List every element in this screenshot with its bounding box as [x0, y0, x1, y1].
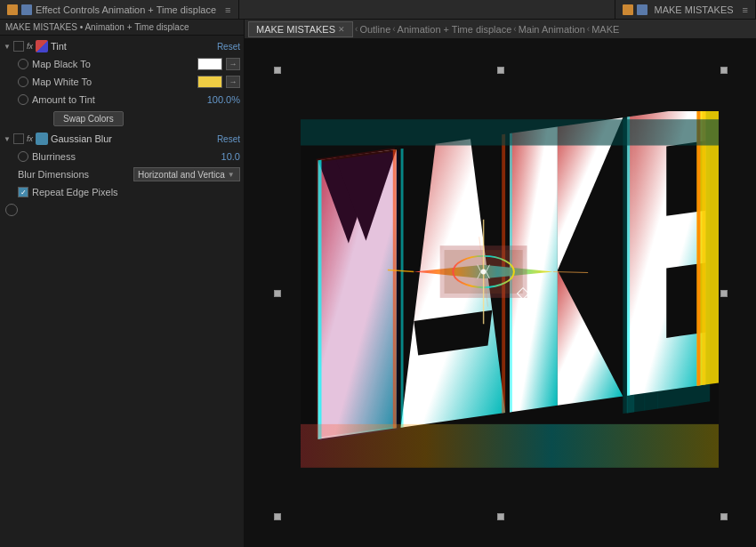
effect-controls-tab[interactable]: Effect Controls Animation + Time displac… [0, 0, 239, 19]
map-white-swatch[interactable] [197, 76, 222, 88]
repeat-edge-checkbox[interactable]: ✓ [18, 187, 28, 197]
blur-icon [36, 133, 48, 145]
amount-value[interactable]: 100.0% [207, 94, 240, 105]
gaussian-blur-group: ▼ fx Gaussian Blur Reset Blurriness 10.0… [0, 130, 244, 219]
blur-dimensions-row: Blur Dimensions Horizontal and Vertica ▼ [0, 165, 244, 183]
map-black-to-row: Map Black To → [0, 55, 244, 73]
svg-point-35 [480, 269, 486, 274]
comp-icon1 [623, 4, 633, 15]
amount-label: Amount to Tint [32, 94, 204, 105]
canvas-inner [274, 67, 728, 520]
svg-rect-21 [400, 148, 403, 427]
blur-effect-name: Gaussian Blur [51, 133, 214, 144]
map-white-label: Map White To [32, 76, 194, 87]
comp-tab-close[interactable]: ✕ [338, 25, 345, 34]
map-black-swatch[interactable] [197, 58, 222, 70]
map-black-value: → [197, 58, 240, 70]
svg-rect-43 [301, 423, 719, 467]
map-black-icon [18, 59, 28, 69]
tint-icon [36, 40, 48, 52]
blur-dims-value: Horizontal and Vertica [138, 170, 225, 180]
tint-effect-name: Tint [51, 41, 214, 52]
nav-outline[interactable]: Outline [359, 24, 390, 35]
comp-active-tab[interactable]: MAKE MISTAKES ✕ [248, 21, 353, 37]
tint-effect-header[interactable]: ▼ fx Tint Reset [0, 37, 244, 55]
svg-rect-44 [301, 119, 719, 145]
map-black-label: Map Black To [32, 59, 194, 69]
svg-rect-23 [627, 117, 630, 396]
nav-chevron-1: ‹ [355, 24, 358, 34]
blurriness-icon [18, 151, 28, 162]
nav-anim-time[interactable]: Animation + Time displace [398, 24, 512, 35]
canvas-area[interactable] [245, 39, 756, 547]
repeat-edge-row: ✓ Repeat Edge Pixels [0, 183, 244, 201]
svg-rect-24 [392, 149, 396, 428]
map-white-arrow[interactable]: → [226, 76, 240, 88]
breadcrumb: MAKE MISTAKES • Animation + Time displac… [0, 20, 244, 36]
map-black-arrow[interactable]: → [226, 58, 240, 70]
tint-fx-badge: fx [27, 42, 33, 51]
make-svg [301, 111, 719, 476]
handle-bottom-left[interactable] [274, 513, 281, 520]
gaussian-blur-header[interactable]: ▼ fx Gaussian Blur Reset [0, 130, 244, 148]
tint-enable-checkbox[interactable] [13, 41, 24, 52]
map-white-to-row: Map White To → [0, 73, 244, 91]
blur-dims-dropdown[interactable]: Horizontal and Vertica ▼ [133, 167, 240, 181]
composition-panel-tab[interactable]: MAKE MISTAKES ≡ [615, 0, 756, 19]
effect-controls-panel: MAKE MISTAKES • Animation + Time displac… [0, 20, 245, 547]
blur-reset-btn[interactable]: Reset [217, 134, 240, 144]
comp-tab-title: MAKE MISTAKES [655, 4, 734, 15]
blur-dims-label: Blur Dimensions [18, 169, 130, 180]
blurriness-label: Blurriness [32, 151, 218, 162]
nav-chevron-2: ‹ [392, 24, 395, 34]
blur-bottom-row [0, 201, 244, 219]
swap-colors-row: Swap Colors [0, 109, 244, 128]
comp-tab-menu[interactable]: ≡ [743, 4, 748, 15]
tint-effect-group: ▼ fx Tint Reset Map Black To → [0, 37, 244, 128]
nav-chevron-4: ‹ [587, 24, 590, 34]
comp-icon2 [637, 4, 647, 15]
composition-panel: MAKE MISTAKES ✕ ‹ Outline ‹ Animation + … [245, 20, 756, 547]
handle-top-left[interactable] [274, 67, 281, 74]
amount-to-tint-row: Amount to Tint 100.0% [0, 91, 244, 109]
effect-controls-icon [7, 4, 18, 15]
nav-main-anim[interactable]: Main Animation [519, 24, 585, 35]
panel-menu-icon[interactable]: ≡ [225, 4, 230, 15]
nav-make[interactable]: MAKE [591, 24, 619, 35]
handle-top-right[interactable] [720, 67, 728, 74]
blur-circle-icon [5, 204, 18, 216]
map-white-icon [18, 76, 28, 87]
swap-colors-btn[interactable]: Swap Colors [53, 111, 124, 126]
blur-fx-badge: fx [27, 134, 33, 143]
blur-chevron: ▼ [4, 135, 11, 143]
handle-mid-right[interactable] [720, 290, 728, 297]
repeat-edge-label: Repeat Edge Pixels [32, 187, 240, 197]
effect-controls-title: Effect Controls Animation + Time displac… [36, 4, 216, 15]
handle-mid-left[interactable] [274, 290, 281, 297]
blur-dims-chevron: ▼ [228, 171, 235, 179]
comp-active-tab-label: MAKE MISTAKES [256, 24, 335, 35]
handle-top-mid[interactable] [497, 67, 504, 74]
handle-bottom-mid[interactable] [497, 513, 504, 520]
handle-bottom-right[interactable] [720, 513, 728, 520]
effect-list: ▼ fx Tint Reset Map Black To → [0, 36, 244, 547]
svg-rect-41 [696, 111, 700, 386]
fx-icon [21, 4, 32, 15]
svg-rect-19 [319, 150, 398, 440]
make-text-visual [301, 111, 719, 476]
blur-enable-checkbox[interactable] [13, 133, 24, 144]
amount-icon [18, 94, 28, 105]
nav-chevron-3: ‹ [513, 24, 516, 34]
tint-chevron: ▼ [4, 43, 11, 51]
svg-rect-20 [318, 159, 321, 438]
comp-nav-bar: MAKE MISTAKES ✕ ‹ Outline ‹ Animation + … [245, 20, 756, 39]
map-white-value: → [197, 76, 240, 88]
tint-reset-btn[interactable]: Reset [217, 42, 240, 52]
blurriness-value[interactable]: 10.0 [221, 151, 240, 162]
blurriness-row: Blurriness 10.0 [0, 148, 244, 165]
